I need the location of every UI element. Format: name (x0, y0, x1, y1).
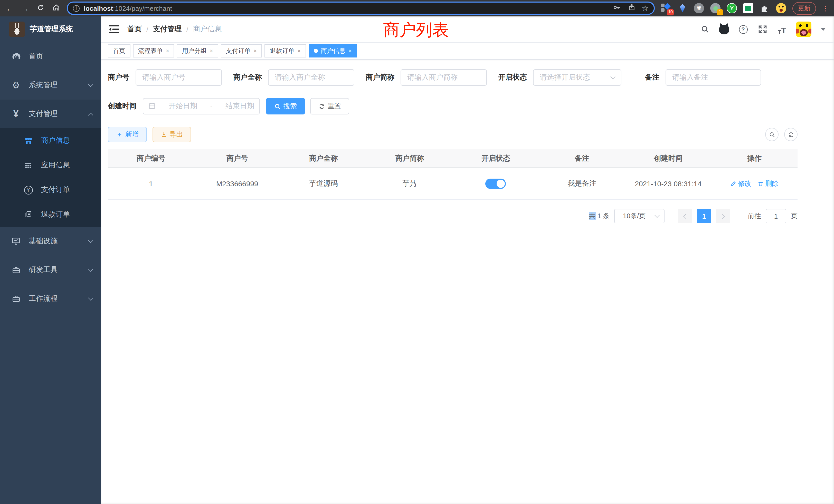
sidebar-item-label: 商户信息 (41, 136, 70, 145)
avatar[interactable] (796, 22, 811, 37)
screen: ← → i localhost:1024/pay/merchant ☆ (0, 0, 834, 504)
gear-icon: ⚙ (10, 80, 22, 91)
extension-recorder-icon[interactable]: 1 (710, 3, 721, 13)
tab-user-group[interactable]: 用户分组× (177, 44, 218, 58)
browser-reload-icon[interactable] (36, 4, 45, 13)
search-icon[interactable] (699, 24, 711, 35)
tab-merchant-info[interactable]: 商户信息× (309, 44, 357, 58)
extension-chat-icon[interactable] (743, 3, 753, 13)
table-toolbar: ＋新增 导出 (108, 127, 797, 142)
edit-link[interactable]: 修改 (730, 179, 751, 188)
tab-refund-order[interactable]: 退款订单× (265, 44, 306, 58)
page-size-select[interactable]: 10条/页 (614, 209, 664, 223)
close-icon[interactable]: × (166, 48, 169, 54)
breadcrumb-payment[interactable]: 支付管理 (153, 25, 182, 34)
browser-forward-icon[interactable]: → (21, 4, 30, 13)
chevron-up-icon (88, 112, 93, 117)
sidebar-item-refund-order[interactable]: 退款订单 (0, 202, 101, 227)
extension-kite-icon[interactable] (677, 3, 688, 13)
export-button[interactable]: 导出 (153, 127, 191, 142)
remark-input[interactable]: 请输入备注 (665, 69, 761, 86)
sidebar-item-label: 退款订单 (41, 210, 70, 219)
search-button[interactable]: 搜索 (266, 98, 305, 114)
sidebar-item-label: 首页 (29, 52, 43, 61)
merchant-no-input[interactable]: 请输入商户号 (136, 69, 222, 86)
navbar-actions: ? TT (699, 22, 826, 37)
sidebar-item-payment[interactable]: ¥ 支付管理 (0, 99, 101, 128)
create-time-range-input[interactable]: 开始日期 - 结束日期 (143, 98, 260, 114)
extension-y-icon[interactable]: Y (727, 3, 737, 13)
breadcrumb-home[interactable]: 首页 (127, 25, 142, 34)
breadcrumb-separator: / (186, 25, 189, 33)
tab-process-form[interactable]: 流程表单× (133, 44, 174, 58)
bookmark-star-icon[interactable]: ☆ (642, 4, 649, 13)
chevron-down-icon (88, 82, 93, 87)
chrome-update-button[interactable]: 更新 (792, 2, 816, 15)
cell-status (453, 178, 539, 189)
table-row: 1 M233666999 芋道源码 芋艿 我是备注 2021-10-23 08:… (108, 168, 797, 200)
sidebar-item-workflow[interactable]: 工作流程 (0, 284, 101, 313)
col-create-time: 创建时间 (625, 154, 711, 163)
github-icon[interactable] (719, 24, 729, 35)
cell-remark: 我是备注 (539, 179, 625, 188)
sidebar-item-label: 研发工具 (29, 265, 58, 275)
tab-pay-order[interactable]: 支付订单× (221, 44, 262, 58)
fullscreen-icon[interactable] (757, 24, 768, 35)
chrome-menu-icon[interactable]: ⋮ (822, 4, 829, 12)
tab-home[interactable]: 首页 (108, 44, 130, 58)
app-logo-row[interactable]: 芋道管理系统 (0, 17, 101, 42)
sidebar-item-system[interactable]: ⚙ 系统管理 (0, 71, 101, 99)
url-text[interactable]: localhost:1024/pay/merchant (84, 4, 608, 12)
hide-search-button[interactable] (765, 128, 778, 141)
page-info-icon[interactable]: i (73, 5, 80, 12)
total-text: 共 1 条 (589, 211, 610, 221)
sidebar-item-merchant-info[interactable]: 商户信息 (0, 128, 101, 153)
sidebar-item-label: 系统管理 (29, 81, 58, 90)
merchant-table: 商户编号 商户号 商户全称 商户简称 开启状态 备注 创建时间 操作 1 M23… (108, 150, 797, 200)
calendar-icon (148, 102, 156, 111)
sidebar-item-infrastructure[interactable]: 基础设施 (0, 227, 101, 256)
sidebar-item-pay-order[interactable]: ¥ 支付订单 (0, 178, 101, 202)
status-toggle[interactable] (486, 178, 506, 189)
extension-badge-10: 10 (667, 9, 674, 16)
status-select[interactable]: 请选择开启状态 (533, 69, 621, 86)
extensions-row: 10 ⌘ 1 Y (661, 3, 786, 13)
address-bar[interactable]: i localhost:1024/pay/merchant ☆ (67, 2, 655, 15)
current-page-button[interactable]: 1 (697, 209, 711, 223)
add-button[interactable]: ＋新增 (108, 127, 147, 142)
close-icon[interactable]: × (349, 48, 352, 54)
password-key-icon[interactable] (612, 3, 621, 14)
goto-suffix: 页 (791, 211, 797, 221)
extension-command-icon[interactable]: ⌘ (694, 3, 704, 13)
extensions-puzzle-icon[interactable] (760, 3, 770, 13)
refresh-button[interactable] (784, 128, 797, 141)
sidebar-item-home[interactable]: 首页 (0, 42, 101, 71)
cell-actions: 修改 删除 (711, 179, 797, 188)
prev-page-button[interactable] (678, 209, 692, 223)
help-icon[interactable]: ? (738, 24, 749, 35)
close-icon[interactable]: × (298, 48, 301, 54)
full-name-label: 商户全称 (233, 73, 262, 82)
sidebar-item-dev-tools[interactable]: 研发工具 (0, 256, 101, 284)
next-page-button[interactable] (716, 209, 730, 223)
sidebar-item-label: 支付订单 (41, 185, 70, 194)
short-name-input[interactable]: 请输入商户简称 (400, 69, 487, 86)
close-icon[interactable]: × (210, 48, 213, 54)
browser-home-icon[interactable] (51, 4, 61, 13)
browser-back-icon[interactable]: ← (5, 4, 14, 13)
sidebar-item-app-info[interactable]: 应用信息 (0, 153, 101, 178)
font-size-icon[interactable]: TT (776, 24, 788, 35)
navbar: 首页 / 支付管理 / 商户信息 ? TT (101, 17, 834, 42)
full-name-input[interactable]: 请输入商户全称 (268, 69, 354, 86)
reset-button[interactable]: 重置 (310, 98, 349, 114)
delete-link[interactable]: 删除 (758, 179, 778, 188)
share-icon[interactable] (627, 3, 636, 13)
sidebar-collapse-icon[interactable] (109, 25, 119, 34)
close-icon[interactable]: × (254, 48, 257, 54)
browser-chrome: ← → i localhost:1024/pay/merchant ☆ (0, 0, 834, 17)
avatar-caret-icon[interactable] (821, 28, 826, 31)
goto-page-input[interactable]: 1 (766, 209, 786, 223)
short-name-label: 商户简称 (366, 73, 394, 82)
profile-emoji-icon[interactable] (776, 3, 786, 13)
extension-diamond-icon[interactable]: 10 (661, 3, 671, 13)
